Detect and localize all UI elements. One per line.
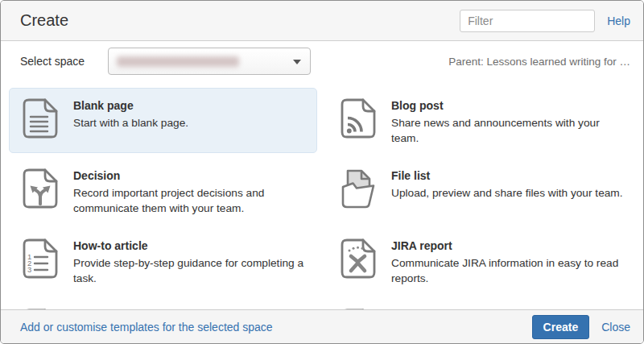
create-dialog: Create Help Select space Parent: Lessons… [0,0,644,344]
template-description: Record important project decisions and c… [73,185,308,216]
blog-post-icon [339,97,378,139]
dialog-footer: Add or customise templates for the selec… [1,309,643,343]
template-item-file-list[interactable]: File list Upload, preview and share file… [327,158,635,223]
space-select-dropdown[interactable] [108,48,311,75]
customise-templates-link[interactable]: Add or customise templates for the selec… [20,321,273,334]
template-item-how-to-article[interactable]: 1 2 3 How-to article Provide step-by-ste… [9,228,317,293]
template-item-blog-post[interactable]: Blog post Share news and announcements w… [327,88,635,153]
template-list: Blank page Start with a blank page. Blog… [1,81,643,309]
select-space-row: Select space Parent: Lessons learned wri… [1,41,643,81]
template-description: Communicate JIRA information in easy to … [391,255,626,286]
template-item-jira-report[interactable]: JIRA report Communicate JIRA information… [327,228,635,293]
create-button[interactable]: Create [532,315,590,339]
template-title: JIRA report [391,238,626,254]
chevron-down-icon [293,60,301,64]
how-to-article-icon: 1 2 3 [21,238,60,280]
template-item-blank-page[interactable]: Blank page Start with a blank page. [9,88,317,153]
template-item-decision[interactable]: Decision Record important project decisi… [9,158,317,223]
decision-icon [21,168,60,209]
template-description: Start with a blank page. [73,115,188,131]
template-title: How-to article [73,238,308,254]
help-link[interactable]: Help [607,15,630,27]
template-item-meeting-notes[interactable]: Meeting notes Plan your meetings and sha… [9,298,317,309]
template-description: Upload, preview and share files with you… [391,185,623,201]
parent-page-label: Parent: Lessons learned writing for … [448,56,630,68]
jira-report-icon [339,238,378,280]
template-title: Decision [73,168,308,184]
svg-text:3: 3 [27,265,31,274]
template-description: Provide step-by-step guidance for comple… [73,255,308,286]
page-title: Create [20,11,68,30]
template-title: Blog post [391,98,626,114]
template-item-product-requirements[interactable]: Product requirements Define, track and s… [327,298,635,309]
close-link[interactable]: Close [601,321,630,334]
template-description: Share news and announcements with your t… [391,115,626,146]
redacted-space-value [117,56,239,67]
dialog-header: Create Help [1,1,643,41]
file-list-icon [339,168,378,209]
template-title: File list [391,168,623,184]
select-space-label: Select space [20,55,85,68]
blank-page-icon [21,97,60,139]
template-title: Blank page [73,98,188,114]
filter-input[interactable] [460,10,595,32]
